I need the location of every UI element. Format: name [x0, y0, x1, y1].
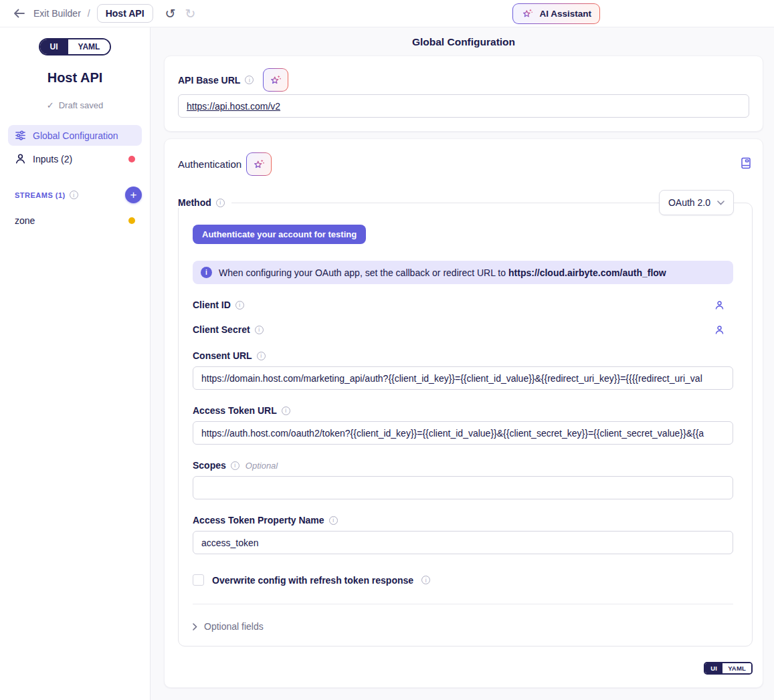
- callout-text: When configuring your OAuth app, set the…: [219, 267, 666, 278]
- sidebar-item-label: Global Configuration: [33, 130, 118, 141]
- info-icon[interactable]: i: [216, 199, 225, 207]
- builder-sidebar: UI YAML Host API ✓ Draft saved Global Co…: [0, 27, 151, 700]
- ai-sparkle-icon: [521, 7, 534, 20]
- user-input-icon[interactable]: [714, 300, 724, 310]
- redo-icon[interactable]: ↻: [182, 6, 198, 21]
- stream-name: zone: [15, 215, 35, 226]
- optional-note: Optional: [246, 461, 278, 471]
- connector-title: Host API: [8, 70, 142, 86]
- undo-icon[interactable]: ↺: [163, 6, 179, 21]
- access-token-url-input[interactable]: [193, 421, 733, 445]
- sidebar-item-label: Inputs (2): [33, 154, 72, 164]
- sidebar-item-inputs[interactable]: Inputs (2): [8, 148, 142, 169]
- info-icon[interactable]: i: [282, 406, 290, 415]
- ai-assistant-button[interactable]: AI Assistant: [512, 3, 600, 24]
- ui-yaml-toggle-small[interactable]: UI YAML: [704, 662, 753, 675]
- scopes-input[interactable]: [193, 476, 733, 499]
- add-stream-button[interactable]: +: [125, 187, 142, 203]
- chevron-down-icon: [717, 201, 724, 205]
- toggle-ui[interactable]: UI: [40, 39, 68, 54]
- scopes-label: Scopes: [193, 460, 226, 471]
- consent-url-label: Consent URL: [193, 350, 252, 361]
- back-arrow-icon[interactable]: [11, 5, 27, 21]
- toggle-yaml[interactable]: YAML: [722, 663, 751, 673]
- info-icon: i: [201, 267, 212, 278]
- builder-main-panel: Global Configuration API Base URL i Auth…: [151, 27, 774, 700]
- ai-assistant-label: AI Assistant: [539, 9, 591, 19]
- info-icon[interactable]: i: [329, 516, 338, 525]
- info-icon[interactable]: i: [70, 191, 78, 199]
- breadcrumb-separator: /: [88, 8, 90, 19]
- client-id-label: Client ID: [193, 300, 231, 310]
- access-token-url-label: Access Token URL: [193, 405, 277, 416]
- client-id-row: Client ID i: [193, 300, 733, 310]
- docs-book-icon[interactable]: [739, 156, 753, 172]
- sidebar-nav: Global Configuration Inputs (2): [8, 125, 142, 169]
- api-base-url-label: API Base URL: [178, 75, 240, 86]
- info-icon[interactable]: i: [255, 326, 264, 334]
- access-token-url-field: Access Token URL i: [193, 405, 733, 445]
- optional-fields-label: Optional fields: [204, 621, 264, 632]
- method-dropdown-value: OAuth 2.0: [668, 197, 710, 208]
- toggle-yaml[interactable]: YAML: [68, 39, 110, 54]
- check-icon: ✓: [47, 100, 54, 110]
- authentication-title: Authentication: [178, 158, 241, 170]
- ui-yaml-toggle[interactable]: UI YAML: [39, 38, 112, 55]
- streams-header-label: STREAMS (1): [15, 191, 66, 199]
- access-token-property-name-input[interactable]: [193, 531, 733, 554]
- ai-sparkle-icon: [269, 74, 282, 87]
- page-title: Global Configuration: [164, 36, 763, 48]
- chevron-right-icon: [193, 623, 197, 630]
- exit-builder-link[interactable]: Exit Builder: [33, 8, 81, 19]
- sliders-icon: [15, 130, 26, 141]
- access-token-property-name-label: Access Token Property Name: [193, 515, 324, 526]
- method-label: Method: [178, 197, 211, 208]
- authenticate-button[interactable]: Authenticate your account for testing: [193, 225, 366, 244]
- api-base-url-input[interactable]: [178, 94, 749, 118]
- sidebar-item-global-configuration[interactable]: Global Configuration: [8, 125, 142, 146]
- sidebar-item-stream-zone[interactable]: zone: [8, 213, 142, 229]
- callback-url: https://cloud.airbyte.com/auth_flow: [508, 267, 666, 278]
- info-icon[interactable]: i: [245, 76, 254, 84]
- top-bar: Exit Builder / Host API ↺ ↻ AI Assistant: [0, 0, 774, 27]
- client-secret-row: Client Secret i: [193, 324, 733, 335]
- oauth-callback-callout: i When configuring your OAuth app, set t…: [193, 261, 733, 284]
- scopes-field: Scopes i Optional: [193, 460, 733, 499]
- info-icon[interactable]: i: [257, 352, 266, 360]
- toggle-ui[interactable]: UI: [705, 663, 722, 673]
- method-dropdown[interactable]: OAuth 2.0: [659, 190, 734, 215]
- authentication-card: Authentication Method i OAuth: [164, 138, 763, 688]
- client-secret-label: Client Secret: [193, 324, 250, 335]
- error-status-dot: [128, 156, 135, 162]
- access-token-property-name-field: Access Token Property Name i: [193, 515, 733, 554]
- save-status-label: Draft saved: [59, 100, 103, 110]
- save-status: ✓ Draft saved: [8, 100, 142, 110]
- connector-name-field[interactable]: Host API: [97, 4, 153, 23]
- overwrite-config-label: Overwrite config with refresh token resp…: [212, 575, 413, 586]
- overwrite-config-row: Overwrite config with refresh token resp…: [193, 574, 733, 586]
- divider: [193, 604, 733, 604]
- consent-url-field: Consent URL i: [193, 350, 733, 390]
- user-input-icon[interactable]: [714, 325, 724, 335]
- info-icon[interactable]: i: [231, 461, 239, 470]
- user-icon: [15, 153, 26, 164]
- optional-fields-toggle[interactable]: Optional fields: [193, 621, 733, 632]
- warning-status-dot: [128, 217, 135, 224]
- oauth-config-group: Authenticate your account for testing i …: [178, 203, 753, 647]
- ai-assist-button[interactable]: [246, 152, 272, 176]
- info-icon[interactable]: i: [421, 576, 430, 584]
- overwrite-config-checkbox[interactable]: [193, 574, 204, 586]
- ai-assist-button[interactable]: [263, 68, 288, 92]
- ai-sparkle-icon: [252, 158, 266, 171]
- info-icon[interactable]: i: [235, 301, 244, 310]
- api-base-url-card: API Base URL i: [164, 55, 763, 132]
- plus-icon: +: [130, 189, 137, 201]
- streams-header: STREAMS (1) i +: [8, 187, 142, 203]
- consent-url-input[interactable]: [193, 366, 733, 390]
